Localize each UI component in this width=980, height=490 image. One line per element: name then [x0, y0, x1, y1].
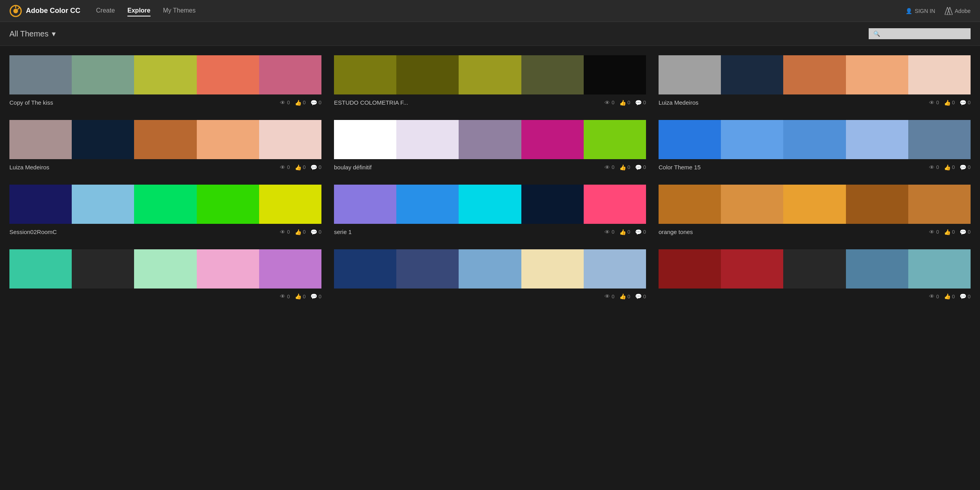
- chevron-down-icon: ▾: [52, 29, 56, 38]
- theme-card[interactable]: Luiza Medeiros 👁 0 👍 0 💬 0: [659, 55, 971, 107]
- view-stat: 👁 0: [929, 100, 939, 106]
- like-icon: 👍: [619, 164, 626, 171]
- like-count: 0: [303, 229, 306, 235]
- color-strip: [334, 55, 646, 94]
- view-stat: 👁 0: [604, 229, 614, 235]
- theme-name: Copy of The kiss: [9, 99, 53, 106]
- color-swatch: [334, 249, 396, 289]
- theme-card[interactable]: boulay définitif 👁 0 👍 0 💬 0: [334, 120, 646, 172]
- like-icon: 👍: [619, 100, 626, 106]
- theme-info: 👁 0 👍 0 💬 0: [659, 292, 971, 301]
- nav-my-themes[interactable]: My Themes: [163, 5, 196, 16]
- view-count: 0: [936, 294, 939, 299]
- comment-stat: 💬 0: [960, 100, 971, 106]
- color-swatch: [396, 185, 459, 224]
- svg-point-1: [13, 9, 18, 13]
- color-swatch: [72, 185, 134, 224]
- view-stat: 👁 0: [929, 229, 939, 235]
- eye-icon: 👁: [929, 293, 935, 299]
- theme-card[interactable]: Color Theme 15 👁 0 👍 0 💬 0: [659, 120, 971, 172]
- comment-count: 0: [643, 164, 646, 170]
- sign-in-button[interactable]: 👤 SIGN IN: [906, 8, 935, 14]
- color-swatch: [659, 55, 721, 94]
- eye-icon: 👁: [280, 164, 285, 171]
- eye-icon: 👁: [929, 100, 935, 106]
- color-swatch: [908, 185, 971, 224]
- view-count: 0: [612, 229, 614, 235]
- theme-stats: 👁 0 👍 0 💬 0: [604, 229, 646, 235]
- like-count: 0: [628, 294, 630, 299]
- color-swatch: [459, 185, 521, 224]
- theme-stats: 👁 0 👍 0 💬 0: [929, 293, 971, 299]
- theme-card[interactable]: 👁 0 👍 0 💬 0: [659, 249, 971, 301]
- like-stat: 👍 0: [295, 293, 306, 299]
- color-swatch: [334, 185, 396, 224]
- theme-name: Session02RoomC: [9, 229, 57, 235]
- color-swatch: [72, 120, 134, 159]
- theme-stats: 👁 0 👍 0 💬 0: [604, 164, 646, 171]
- nav-explore[interactable]: Explore: [127, 5, 151, 16]
- theme-card[interactable]: Luiza Medeiros 👁 0 👍 0 💬 0: [9, 120, 321, 172]
- color-swatch: [908, 249, 971, 289]
- theme-card[interactable]: 👁 0 👍 0 💬 0: [9, 249, 321, 301]
- color-swatch: [259, 55, 321, 94]
- color-strip: [334, 120, 646, 159]
- like-count: 0: [628, 229, 630, 235]
- svg-line-3: [18, 7, 20, 9]
- comment-icon: 💬: [310, 164, 317, 171]
- comment-stat: 💬 0: [960, 293, 971, 299]
- color-swatch: [9, 120, 72, 159]
- search-box: 🔍: [869, 28, 971, 39]
- theme-card[interactable]: Copy of The kiss 👁 0 👍 0 💬 0: [9, 55, 321, 107]
- eye-icon: 👁: [280, 100, 285, 106]
- search-input[interactable]: [883, 31, 966, 37]
- like-icon: 👍: [295, 293, 301, 299]
- comment-count: 0: [319, 294, 321, 299]
- color-swatch: [197, 120, 259, 159]
- comment-stat: 💬 0: [310, 164, 321, 171]
- sign-in-label: SIGN IN: [915, 8, 935, 14]
- nav-create[interactable]: Create: [96, 5, 115, 16]
- eye-icon: 👁: [604, 293, 610, 299]
- like-icon: 👍: [944, 100, 951, 106]
- comment-icon: 💬: [310, 100, 317, 106]
- logo-area: Adobe Color CC: [9, 5, 80, 17]
- main-content: Copy of The kiss 👁 0 👍 0 💬 0 ESTUDO COLO…: [0, 46, 980, 310]
- like-icon: 👍: [295, 229, 301, 235]
- color-swatch: [72, 249, 134, 289]
- color-swatch: [846, 120, 908, 159]
- theme-stats: 👁 0 👍 0 💬 0: [280, 100, 321, 106]
- theme-card[interactable]: 👁 0 👍 0 💬 0: [334, 249, 646, 301]
- like-icon: 👍: [944, 229, 951, 235]
- theme-card[interactable]: serie 1 👁 0 👍 0 💬 0: [334, 185, 646, 237]
- theme-card[interactable]: orange tones 👁 0 👍 0 💬 0: [659, 185, 971, 237]
- color-swatch: [259, 185, 321, 224]
- like-stat: 👍 0: [944, 293, 955, 299]
- theme-stats: 👁 0 👍 0 💬 0: [280, 293, 321, 299]
- logo-text: Adobe Color CC: [26, 7, 80, 15]
- color-swatch: [9, 185, 72, 224]
- color-swatch: [846, 55, 908, 94]
- comment-count: 0: [643, 294, 646, 299]
- header: Adobe Color CC Create Explore My Themes …: [0, 0, 980, 22]
- view-count: 0: [612, 100, 614, 105]
- color-swatch: [846, 249, 908, 289]
- color-strip: [659, 249, 971, 289]
- like-stat: 👍 0: [295, 229, 306, 235]
- comment-icon: 💬: [310, 229, 317, 235]
- theme-info: ESTUDO COLOMETRIA F... 👁 0 👍 0 💬 0: [334, 98, 646, 107]
- view-stat: 👁 0: [929, 293, 939, 299]
- comment-stat: 💬 0: [635, 164, 646, 171]
- theme-card[interactable]: ESTUDO COLOMETRIA F... 👁 0 👍 0 💬 0: [334, 55, 646, 107]
- color-strip: [9, 120, 321, 159]
- like-count: 0: [303, 164, 306, 170]
- view-stat: 👁 0: [280, 100, 290, 106]
- color-strip: [659, 120, 971, 159]
- theme-card[interactable]: Session02RoomC 👁 0 👍 0 💬 0: [9, 185, 321, 237]
- comment-stat: 💬 0: [310, 100, 321, 106]
- theme-name: orange tones: [659, 229, 693, 235]
- all-themes-button[interactable]: All Themes ▾: [9, 29, 56, 38]
- comment-count: 0: [319, 164, 321, 170]
- comment-count: 0: [643, 229, 646, 235]
- comment-icon: 💬: [960, 293, 966, 299]
